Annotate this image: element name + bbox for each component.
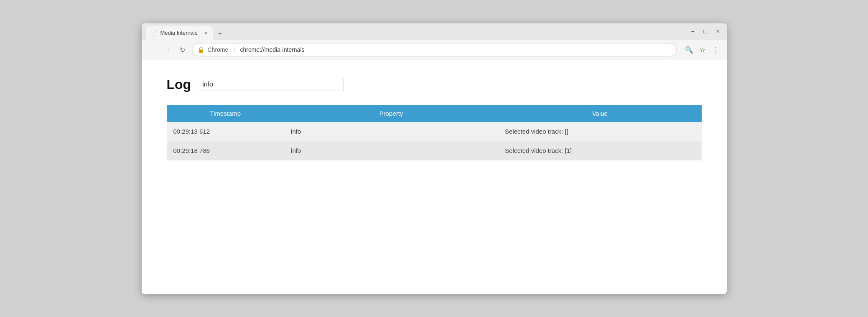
log-table: Timestamp Property Value 00:29:13 612inf…: [167, 105, 702, 160]
browser-window: 📄 Media Internals × + − □ × ← → ↻ 🔒 Chro…: [142, 23, 727, 294]
maximize-button[interactable]: □: [701, 27, 710, 36]
new-tab-button[interactable]: +: [214, 28, 226, 40]
address-bar: ← → ↻ 🔒 Chrome | chrome://media-internal…: [142, 40, 727, 60]
origin-label: Chrome: [208, 46, 229, 53]
address-actions: 🔍 ☆ ⋮: [683, 44, 722, 56]
log-title: Log: [167, 77, 191, 92]
window-controls: − □ ×: [688, 27, 723, 36]
cell-property: info: [284, 141, 498, 160]
column-header-timestamp: Timestamp: [167, 105, 285, 122]
tab-title: Media Internals: [160, 30, 201, 36]
table-header-row: Timestamp Property Value: [167, 105, 702, 122]
menu-button[interactable]: ⋮: [710, 44, 722, 56]
tab-page-icon: 📄: [151, 30, 157, 36]
forward-button[interactable]: →: [162, 44, 173, 56]
minimize-button[interactable]: −: [688, 27, 697, 36]
column-header-value: Value: [498, 105, 701, 122]
secure-icon: 🔒: [197, 46, 204, 53]
url-separator: |: [233, 46, 235, 53]
column-header-property: Property: [284, 105, 498, 122]
search-button[interactable]: 🔍: [683, 44, 695, 56]
active-tab[interactable]: 📄 Media Internals ×: [146, 26, 213, 40]
cell-value: Selected video track: []: [498, 122, 701, 141]
reload-button[interactable]: ↻: [177, 44, 188, 56]
back-button[interactable]: ←: [147, 44, 158, 56]
title-bar: 📄 Media Internals × + − □ ×: [142, 23, 727, 40]
cell-timestamp: 00:29:18 786: [167, 141, 285, 160]
url-path: chrome://media-internals: [240, 46, 671, 53]
address-input-container[interactable]: 🔒 Chrome | chrome://media-internals: [192, 43, 677, 56]
cell-property: info: [284, 122, 498, 141]
new-tab-icon: +: [218, 30, 222, 38]
cell-value: Selected video track: [1]: [498, 141, 701, 160]
table-row: 00:29:18 786infoSelected video track: [1…: [167, 141, 702, 160]
tab-area: 📄 Media Internals × +: [146, 23, 684, 40]
page-content: Log Timestamp Property Value 00:29:13 61…: [142, 60, 727, 294]
cell-timestamp: 00:29:13 612: [167, 122, 285, 141]
table-row: 00:29:13 612infoSelected video track: []: [167, 122, 702, 141]
log-filter-input[interactable]: [198, 78, 344, 91]
log-header: Log: [167, 77, 702, 92]
tab-close-button[interactable]: ×: [204, 30, 207, 36]
bookmark-button[interactable]: ☆: [697, 44, 708, 56]
close-button[interactable]: ×: [713, 27, 723, 36]
